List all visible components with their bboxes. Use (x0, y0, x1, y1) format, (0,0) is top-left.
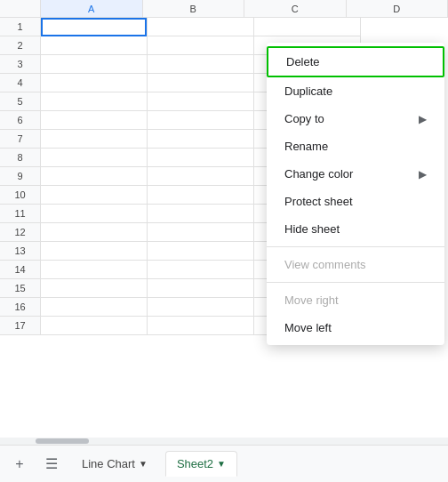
menu-item-delete[interactable]: Delete (267, 46, 444, 77)
row-num-16: 16 (0, 298, 40, 317)
cell-b1[interactable] (148, 18, 253, 36)
cell-a1[interactable] (41, 18, 147, 36)
row-num-10: 10 (0, 186, 40, 205)
cell-a16[interactable] (41, 298, 147, 317)
cell-b7[interactable] (148, 130, 253, 149)
cell-a3[interactable] (41, 55, 147, 74)
context-menu: Delete Duplicate Copy to ▶ Rename Change… (267, 43, 444, 345)
cell-b17[interactable] (148, 317, 253, 335)
cell-b14[interactable] (148, 261, 253, 279)
row-num-17: 17 (0, 317, 40, 335)
menu-item-duplicate[interactable]: Duplicate (267, 77, 444, 105)
sheet2-arrow-icon: ▼ (217, 459, 226, 469)
cell-b5[interactable] (148, 92, 253, 111)
menu-icon: ☰ (45, 455, 58, 472)
menu-item-move-left[interactable]: Move left (267, 314, 444, 341)
change-color-arrow-icon: ▶ (419, 168, 427, 181)
cell-a14[interactable] (41, 261, 147, 279)
cell-a12[interactable] (41, 223, 147, 242)
horizontal-scrollbar[interactable] (0, 438, 448, 445)
menu-item-hide-sheet[interactable]: Hide sheet (267, 215, 444, 243)
col-header-d[interactable]: D (347, 0, 449, 17)
menu-divider-2 (267, 282, 444, 283)
row-num-3: 3 (0, 55, 40, 74)
menu-item-hide-sheet-label: Hide sheet (284, 222, 340, 236)
tab-bar: + ☰ Line Chart ▼ Sheet2 ▼ (0, 445, 448, 482)
cell-a9[interactable] (41, 167, 147, 186)
menu-item-move-right-label: Move right (284, 293, 339, 307)
row-num-14: 14 (0, 261, 40, 279)
cell-b4[interactable] (148, 74, 253, 92)
cell-a2[interactable] (41, 36, 147, 55)
row-header-corner (0, 0, 41, 17)
cell-a4[interactable] (41, 74, 147, 92)
row-num-1: 1 (0, 18, 40, 36)
cell-a7[interactable] (41, 130, 147, 149)
cell-b11[interactable] (148, 205, 253, 223)
cell-c1[interactable] (254, 18, 360, 36)
cell-a5[interactable] (41, 92, 147, 111)
line-chart-tab-label: Line Chart (82, 457, 135, 470)
menu-item-view-comments: View comments (267, 251, 444, 278)
copy-to-arrow-icon: ▶ (419, 113, 427, 125)
cell-a11[interactable] (41, 205, 147, 223)
cell-b2[interactable] (148, 36, 253, 55)
col-header-a[interactable]: A (41, 0, 143, 17)
cell-a8[interactable] (41, 149, 147, 167)
menu-item-protect-sheet[interactable]: Protect sheet (267, 188, 444, 215)
cell-a10[interactable] (41, 186, 147, 205)
menu-item-move-left-label: Move left (284, 321, 332, 334)
menu-item-move-right: Move right (267, 286, 444, 314)
add-sheet-button[interactable]: + (7, 452, 32, 477)
cell-a13[interactable] (41, 242, 147, 261)
sheets-menu-button[interactable]: ☰ (39, 452, 64, 477)
cell-b16[interactable] (148, 298, 253, 317)
row-num-9: 9 (0, 167, 40, 186)
row-numbers: 1 2 3 4 5 6 7 8 9 10 11 12 13 14 15 16 1… (0, 18, 41, 335)
cell-b9[interactable] (148, 167, 253, 186)
plus-icon: + (15, 456, 23, 472)
col-a (41, 18, 148, 335)
menu-item-copy-to[interactable]: Copy to ▶ (267, 105, 444, 133)
cell-b15[interactable] (148, 279, 253, 298)
menu-item-rename[interactable]: Rename (267, 133, 444, 160)
cell-b10[interactable] (148, 186, 253, 205)
menu-item-copy-to-label: Copy to (284, 112, 324, 125)
row-num-7: 7 (0, 130, 40, 149)
row-num-6: 6 (0, 111, 40, 130)
menu-item-change-color[interactable]: Change color ▶ (267, 160, 444, 188)
row-num-8: 8 (0, 149, 40, 167)
menu-item-change-color-label: Change color (284, 167, 353, 181)
menu-item-duplicate-label: Duplicate (284, 84, 332, 98)
row-num-15: 15 (0, 279, 40, 298)
row-num-11: 11 (0, 205, 40, 223)
sheet-tab-line-chart[interactable]: Line Chart ▼ (71, 452, 158, 476)
cell-a15[interactable] (41, 279, 147, 298)
cell-b6[interactable] (148, 111, 253, 130)
menu-divider-1 (267, 246, 444, 247)
row-num-13: 13 (0, 242, 40, 261)
line-chart-arrow-icon: ▼ (139, 459, 148, 469)
sheet-tab-sheet2[interactable]: Sheet2 ▼ (165, 451, 237, 477)
cell-b8[interactable] (148, 149, 253, 167)
row-num-5: 5 (0, 92, 40, 111)
row-num-2: 2 (0, 36, 40, 55)
cell-b12[interactable] (148, 223, 253, 242)
menu-item-rename-label: Rename (284, 140, 328, 153)
cell-a6[interactable] (41, 111, 147, 130)
menu-item-view-comments-label: View comments (284, 258, 366, 271)
row-num-4: 4 (0, 74, 40, 92)
scroll-thumb[interactable] (36, 438, 89, 444)
sheet2-tab-label: Sheet2 (177, 457, 213, 470)
col-b (148, 18, 254, 335)
cell-a17[interactable] (41, 317, 147, 335)
col-header-c[interactable]: C (244, 0, 347, 17)
column-headers: A B C D (0, 0, 448, 18)
row-num-12: 12 (0, 223, 40, 242)
col-header-b[interactable]: B (143, 0, 245, 17)
menu-item-protect-sheet-label: Protect sheet (284, 195, 353, 208)
menu-item-delete-label: Delete (286, 55, 320, 68)
cell-b3[interactable] (148, 55, 253, 74)
cell-b13[interactable] (148, 242, 253, 261)
